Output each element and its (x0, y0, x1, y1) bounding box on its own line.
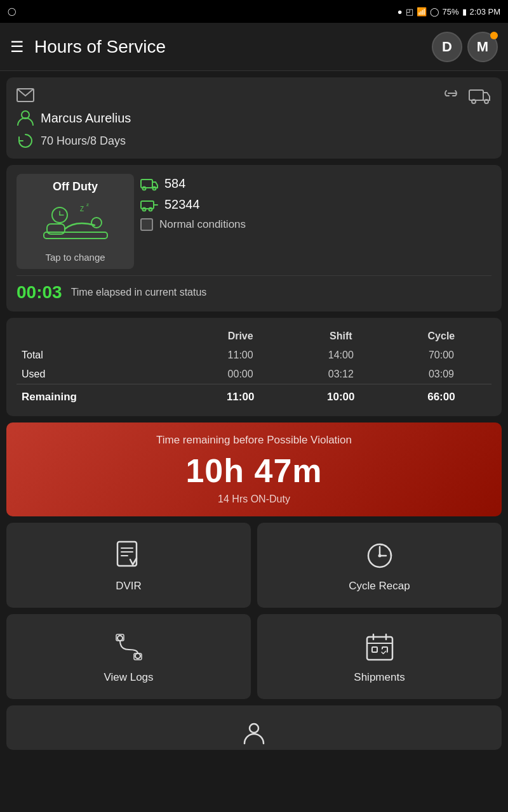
dvir-label: DVIR (116, 580, 142, 593)
bluetooth-icon: ◰ (406, 7, 413, 16)
svg-point-3 (485, 100, 488, 103)
tap-to-change-label: Tap to change (45, 252, 105, 263)
hours-table: Drive Shift Cycle Total 11:00 14:00 70:0… (17, 327, 491, 407)
truck-number-icon (140, 177, 158, 191)
off-duty-illustration: Z z (41, 197, 110, 248)
total-shift: 14:00 (291, 346, 391, 365)
remaining-drive: 11:00 (190, 384, 291, 408)
bottom-action-button[interactable] (6, 705, 502, 750)
svg-rect-13 (141, 180, 152, 188)
menu-icon[interactable]: ☰ (10, 38, 24, 56)
table-row-used: Used 00:00 03:12 03:09 (17, 365, 491, 384)
driver-card: Marcus Aurelius 70 Hours/8 Days (6, 77, 502, 159)
elapsed-time: 00:03 (17, 282, 62, 303)
row-label-total: Total (17, 346, 190, 365)
svg-point-2 (472, 100, 476, 103)
truck-header-icon[interactable] (469, 86, 491, 104)
link-icon[interactable] (442, 86, 462, 104)
driver-name: Marcus Aurelius (41, 111, 131, 126)
page-title: Hours of Service (34, 37, 432, 57)
table-row-total: Total 11:00 14:00 70:00 (17, 346, 491, 365)
cycle-recap-icon (362, 538, 398, 573)
alarm-icon: ◯ (430, 7, 439, 16)
remaining-shift: 10:00 (291, 384, 391, 408)
total-drive: 11:00 (190, 346, 291, 365)
avatar-d[interactable]: D (432, 32, 462, 62)
hours-table-card: Drive Shift Cycle Total 11:00 14:00 70:0… (6, 318, 502, 416)
remaining-cycle: 66:00 (391, 384, 491, 408)
status-info: 584 52344 Normal conditio (140, 174, 491, 231)
main-content: Marcus Aurelius 70 Hours/8 Days Off Duty (0, 71, 508, 756)
shipments-button[interactable]: Shipments (257, 614, 502, 699)
svg-point-27 (378, 554, 381, 558)
svg-point-7 (91, 218, 102, 228)
time-display: 2:03 PM (470, 7, 500, 16)
status-card: Off Duty Z z (6, 165, 502, 311)
svg-rect-1 (469, 90, 483, 100)
cycle-recap-label: Cycle Recap (349, 580, 410, 593)
col-header-empty (17, 327, 190, 346)
shipments-label: Shipments (354, 671, 404, 684)
violation-card: Time remaining before Possible Violation… (6, 422, 502, 516)
notification-badge (490, 32, 498, 39)
conditions-text: Normal conditions (159, 218, 246, 231)
view-logs-label: View Logs (104, 671, 153, 684)
elapsed-label: Time elapsed in current status (71, 287, 207, 298)
action-grid: DVIR Cycle Recap (6, 523, 502, 699)
wifi-icon: 📶 (417, 7, 427, 16)
app-bar: ☰ Hours of Service D M (0, 23, 508, 71)
view-logs-button[interactable]: View Logs (6, 614, 251, 699)
view-logs-icon (111, 629, 147, 665)
duty-status-button[interactable]: Off Duty Z z (17, 174, 134, 269)
svg-rect-32 (367, 637, 392, 660)
time-elapsed-row: 00:03 Time elapsed in current status (17, 275, 491, 303)
location-icon: ● (398, 7, 403, 16)
shipments-icon (362, 629, 398, 665)
row-label-used: Used (17, 365, 190, 384)
row-label-remaining: Remaining (17, 384, 190, 408)
used-shift: 03:12 (291, 365, 391, 384)
driver-icon (17, 109, 34, 127)
col-header-drive: Drive (190, 327, 291, 346)
trailer-number-icon (140, 198, 158, 212)
app-icon: ◯ (8, 7, 16, 16)
mail-icon[interactable] (17, 88, 34, 102)
trailer-number: 52344 (164, 197, 200, 212)
svg-rect-5 (44, 232, 107, 239)
svg-text:Z: Z (80, 206, 84, 213)
svg-rect-36 (372, 647, 377, 652)
total-cycle: 70:00 (391, 346, 491, 365)
svg-point-39 (250, 724, 258, 733)
used-cycle: 03:09 (391, 365, 491, 384)
truck-number: 584 (164, 176, 185, 191)
status-bar: ◯ ● ◰ 📶 ◯ 75% ▮ 2:03 PM (0, 0, 508, 23)
cycle-recap-button[interactable]: Cycle Recap (257, 523, 502, 608)
conditions-checkbox[interactable] (140, 218, 153, 231)
col-header-shift: Shift (291, 327, 391, 346)
col-header-cycle: Cycle (391, 327, 491, 346)
svg-point-28 (117, 636, 123, 641)
cycle-icon (17, 132, 34, 150)
hours-rule: 70 Hours/8 Days (41, 134, 126, 148)
svg-text:z: z (86, 202, 89, 207)
top-icons (442, 86, 491, 104)
dvir-icon (111, 538, 147, 573)
table-row-remaining: Remaining 11:00 10:00 66:00 (17, 384, 491, 408)
duty-status-label: Off Duty (53, 180, 98, 193)
dvir-button[interactable]: DVIR (6, 523, 251, 608)
avatar-m[interactable]: M (467, 32, 498, 62)
violation-time: 10h 47m (17, 452, 491, 490)
used-drive: 00:00 (190, 365, 291, 384)
battery-text: 75% (443, 7, 459, 16)
status-icons: ● ◰ 📶 ◯ 75% ▮ 2:03 PM (398, 7, 500, 16)
battery-icon: ▮ (462, 7, 467, 16)
svg-point-29 (135, 653, 140, 658)
violation-sublabel: 14 Hrs ON-Duty (17, 494, 491, 505)
violation-label: Time remaining before Possible Violation (17, 434, 491, 447)
person-icon (241, 721, 267, 746)
